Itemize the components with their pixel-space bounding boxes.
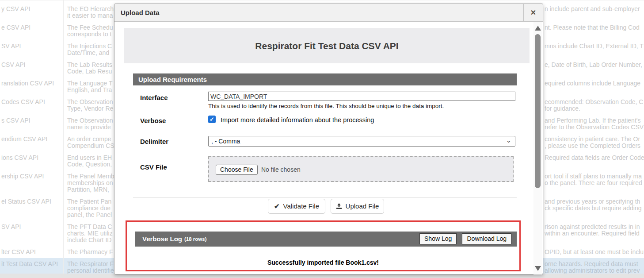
delimiter-label: Delimiter [140,138,168,145]
api-description-continued: e, Date of Birth, Lab Order Number, [545,62,644,68]
interface-label: Interface [140,94,168,101]
api-name-cell: ions CSV API [1,154,38,161]
verbose-log-title: Verbose Log [142,235,182,243]
scrollbar-up-icon[interactable] [535,26,541,31]
chevron-down-icon: ⌄ [506,135,511,145]
api-description-continued: and Performing Lab. If the patient'srefe… [545,117,644,131]
api-description-continued: n include parent and sub-employer [545,6,644,12]
api-description-continued: Required data fields are Order Code [545,154,644,161]
close-button[interactable]: ✕ [523,4,543,22]
file-chosen-status: No file chosen [261,166,301,173]
api-description-continued: nt. Please note that the Billing Cod [545,24,644,31]
api-name-cell: CSV API [1,62,25,68]
import-success-message: Successfully imported file Book1.csv! [127,259,519,266]
api-description-continued: rison against predicted results in inwit… [545,224,644,237]
validate-file-label: Validate File [283,202,319,210]
api-description-cell: An order compeCompendium CS [67,136,114,149]
scrollbar-thumb[interactable] [535,34,541,188]
api-description-cell: The ObservationType, Vendor Re [67,99,114,112]
api-description-cell: The Fee Scheducorresponds to t [67,24,114,38]
show-log-button[interactable]: Show Log [419,233,457,244]
api-description-cell: The Language TEnglish, and Tra [67,80,114,93]
heading-panel: Respirator Fit Test Data CSV API [124,28,530,63]
verbose-label: Verbose [140,117,166,124]
validate-file-button[interactable]: ✔Validate File [268,199,325,214]
check-icon: ✔ [274,202,280,210]
upload-file-button[interactable]: Upload File [331,199,384,214]
api-description-continued: consistency in patient care. The Or, ple… [545,136,644,149]
api-description-continued: equired columns include Language [545,80,644,87]
verbose-log-header: Verbose Log (18 rows) Show Log Download … [135,232,517,247]
api-name-cell: s CSV API [1,117,30,124]
api-description-cell: End users in EHCode, Question, [67,154,114,168]
api-name-cell: e CSV API [1,24,30,31]
delimiter-selected-value: , - Comma [211,138,240,145]
api-description-cell: The Panel Membmemberships onPartition, M… [67,173,114,193]
close-icon: ✕ [530,9,536,16]
api-description-continued: orne hazards. Required data mustallowing… [545,261,644,274]
api-description-cell: The EO Hierarchit easier to mana [67,6,114,19]
api-description-continued: ecommended: Observation Code, Cfor guida… [545,99,644,112]
upload-icon [336,203,342,209]
delimiter-select[interactable]: , - Comma ⌄ [208,136,515,147]
checkmark-icon: ✓ [210,116,214,123]
upload-data-modal: Upload Data ✕ Respirator Fit Test Data C… [114,4,543,274]
interface-input[interactable] [208,92,515,101]
divider [133,197,517,198]
api-description-continued: OPID, but at least one must be inclu [545,249,644,255]
verbose-log-annotation-box: Verbose Log (18 rows) Show Log Download … [126,220,521,271]
api-name-cell: y CSV API [1,6,30,12]
table-column-divider [63,0,64,274]
page-title: Respirator Fit Test Data CSV API [124,28,530,51]
api-name-cell: it Test Data CSV API [1,261,58,267]
verbose-checkbox-label: Import more detailed information about t… [221,116,374,124]
modal-scrollbar[interactable] [533,22,542,274]
api-name-cell: ership CSV API [1,173,44,180]
api-description-continued: ort tool if staff plans to manually mao … [545,173,644,186]
api-name-cell: lter CSV API [1,249,36,255]
modal-title: Upload Data [121,9,160,16]
api-description-cell: The Injections CDate/Time, and [67,43,114,56]
choose-file-button[interactable]: Choose File [216,165,258,175]
api-description-continued: mns include Chart ID, External ID, T [545,43,644,50]
api-description-cell: The Patient Pancompliance duepanel, the … [67,198,114,218]
csv-file-label: CSV File [140,163,167,171]
api-name-cell: ranslation CSV API [1,80,54,87]
api-name-cell: Codes CSV API [1,99,45,105]
api-description-continued: and previous years or specifying thck sp… [545,198,644,212]
verbose-log-row-count: (18 rows) [184,236,207,242]
scrollbar-down-icon[interactable] [535,266,541,271]
download-log-button[interactable]: Download Log [462,233,511,244]
api-description-cell: The Pharmacy F [67,249,114,255]
interface-help-text: This is used to identify the records fro… [208,103,444,109]
api-name-cell: endium CSV API [1,136,47,143]
api-description-cell: The Observationname is provide [67,117,114,131]
upload-requirements-header: Upload Requirements [133,73,517,85]
upload-requirements-title: Upload Requirements [138,76,207,83]
api-description-cell: The PFT Data Ccharts. MIE utilizinclude … [67,224,114,243]
csv-file-dropzone[interactable]: Choose File No file chosen [208,156,514,182]
api-name-cell: SV API [1,43,21,50]
api-name-cell: SV API [1,224,21,230]
verbose-checkbox[interactable]: ✓ [208,116,216,123]
modal-header: Upload Data ✕ [114,4,543,22]
upload-file-label: Upload File [346,202,379,210]
api-description-cell: The Lab ResultsCode, Lab Resu [67,62,114,75]
api-name-cell: el Status CSV API [1,198,51,205]
